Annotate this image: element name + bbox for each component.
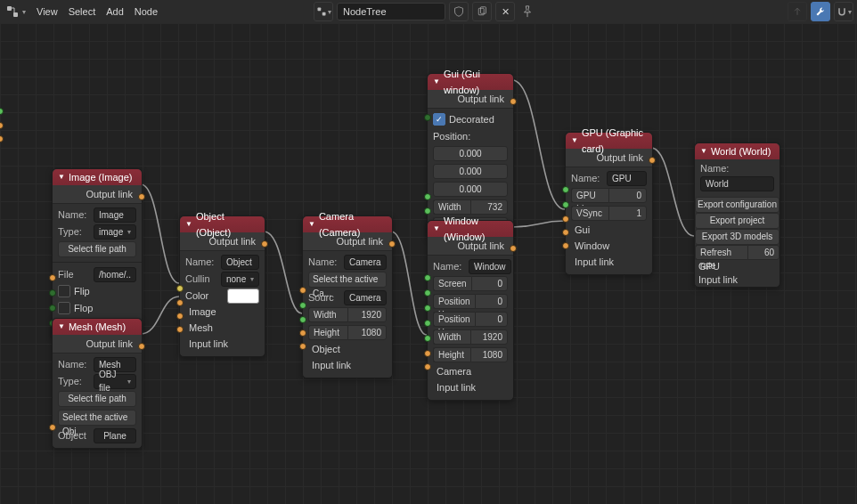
collapse-icon[interactable]: ▼	[433, 74, 440, 90]
culling-dropdown[interactable]: none	[221, 272, 259, 287]
name-field[interactable]: Window	[469, 259, 511, 274]
socket-in-camera[interactable]	[424, 350, 431, 357]
node-world[interactable]: ▼World (World) Name:World Export configu…	[694, 142, 780, 288]
node-object-header[interactable]: ▼Object (Object)	[180, 216, 265, 232]
socket-in-width[interactable]	[299, 302, 306, 309]
screen-value[interactable]: 0	[471, 276, 508, 291]
decorated-checkbox[interactable]	[433, 113, 445, 126]
posy-value[interactable]: 0	[475, 312, 508, 327]
socket-in-object[interactable]	[299, 329, 306, 337]
socket-out[interactable]	[510, 245, 517, 252]
new-nodetree-button[interactable]	[472, 2, 492, 21]
collapse-icon[interactable]: ▼	[433, 221, 440, 237]
parent-tree-button[interactable]	[788, 2, 807, 21]
socket-in-image[interactable]	[176, 299, 184, 306]
snap-button[interactable]: ▾	[834, 2, 853, 21]
socket-in-width[interactable]	[424, 193, 431, 200]
socket-out[interactable]	[261, 240, 268, 248]
socket-out[interactable]	[510, 98, 517, 105]
node-camera-header[interactable]: ▼Camera (Camera)	[303, 216, 392, 232]
tree-browse-button[interactable]: ▾	[314, 2, 333, 21]
color-swatch[interactable]	[227, 289, 259, 304]
collapse-icon[interactable]: ▼	[185, 216, 192, 232]
export-models-button[interactable]: Export 3D models	[695, 229, 779, 245]
collapse-icon[interactable]: ▼	[700, 143, 707, 159]
select-file-button[interactable]: Select file path	[58, 391, 136, 407]
node-mesh[interactable]: ▼Mesh (Mesh) Output link Name:Mesh Type:…	[52, 318, 143, 449]
node-object[interactable]: ▼Object (Object) Output link Name:Object…	[179, 215, 265, 357]
height-value[interactable]: 1080	[347, 325, 388, 340]
socket-in-height[interactable]	[424, 335, 431, 342]
width-value[interactable]: 1920	[347, 307, 388, 322]
socket-in-inputlink[interactable]	[0, 135, 4, 142]
socket-in-window[interactable]	[562, 229, 569, 236]
vsync-value[interactable]: 1	[608, 206, 647, 221]
socket-in-height[interactable]	[424, 207, 431, 215]
socket-in-color[interactable]	[176, 285, 184, 292]
pos-z[interactable]: 0.000	[433, 182, 508, 197]
menu-node[interactable]: Node	[135, 6, 158, 17]
socket-in-gpuid[interactable]	[562, 186, 569, 193]
export-config-button[interactable]: Export configuration	[695, 197, 779, 213]
name-field[interactable]: Camera	[344, 255, 387, 270]
socket-in-posx[interactable]	[424, 289, 431, 297]
collapse-icon[interactable]: ▼	[58, 169, 65, 185]
socket-in-mesh[interactable]	[176, 313, 184, 320]
height-value[interactable]: 1080	[470, 347, 509, 362]
fake-user-button[interactable]	[449, 2, 469, 21]
nodetree-name-field[interactable]: NodeTree	[337, 3, 445, 20]
socket-in-height[interactable]	[299, 316, 306, 323]
menu-add[interactable]: Add	[106, 6, 124, 17]
node-window-header[interactable]: ▼Window (Window)	[428, 221, 513, 237]
name-field[interactable]: World	[700, 176, 774, 191]
socket-in-vsync[interactable]	[562, 201, 569, 208]
menu-select[interactable]: Select	[69, 6, 96, 17]
export-project-button[interactable]: Export project	[695, 213, 779, 229]
node-gui-header[interactable]: ▼Gui (Gui window)	[428, 74, 513, 90]
file-field[interactable]: /home/..	[94, 267, 136, 282]
socket-in-decorated[interactable]	[424, 114, 431, 121]
collapse-icon[interactable]: ▼	[308, 216, 315, 232]
pos-x[interactable]: 0.000	[433, 146, 508, 161]
socket-in-file[interactable]	[49, 274, 56, 281]
socket-out[interactable]	[649, 157, 656, 164]
socket-out[interactable]	[138, 343, 145, 350]
socket-in-refresh[interactable]	[0, 108, 4, 115]
socket-in-inputlink[interactable]	[424, 363, 431, 370]
select-active-camera-button[interactable]: Select the active Ca...	[308, 272, 387, 288]
socket-in-inputlink[interactable]	[562, 242, 569, 249]
width-value[interactable]: 1920	[470, 329, 509, 345]
node-gpu[interactable]: ▼GPU (Graphic card) Output link Name:GPU…	[565, 132, 653, 275]
tool-button[interactable]	[811, 2, 830, 21]
node-image-header[interactable]: ▼Image (Image)	[53, 169, 142, 185]
socket-in-inputlink[interactable]	[299, 343, 306, 350]
socket-in-inputlink[interactable]	[176, 326, 184, 333]
name-field[interactable]: GPU	[607, 171, 647, 186]
name-field[interactable]: Object	[221, 255, 259, 270]
type-dropdown[interactable]: OBJ file	[94, 374, 136, 389]
socket-in-gpu[interactable]	[0, 122, 4, 129]
collapse-icon[interactable]: ▼	[571, 133, 578, 149]
gpuid-value[interactable]: 0	[608, 188, 647, 203]
socket-out[interactable]	[388, 240, 396, 248]
posx-value[interactable]: 0	[475, 294, 508, 309]
socket-in-flip[interactable]	[49, 289, 56, 297]
socket-in-posy[interactable]	[424, 305, 431, 312]
socket-in-source[interactable]	[299, 287, 306, 294]
flop-checkbox[interactable]	[58, 302, 70, 314]
socket-in-object[interactable]	[49, 424, 56, 431]
pos-y[interactable]: 0.000	[433, 164, 508, 179]
flip-checkbox[interactable]	[58, 285, 70, 297]
socket-in-flop[interactable]	[49, 305, 56, 312]
name-field[interactable]: Image	[94, 207, 136, 223]
menu-view[interactable]: View	[37, 6, 58, 17]
socket-in-gui[interactable]	[562, 215, 569, 223]
node-gpu-header[interactable]: ▼GPU (Graphic card)	[566, 133, 652, 149]
node-canvas[interactable]: ▼Image (Image) Output link Name:Image Ty…	[0, 23, 857, 504]
node-world-header[interactable]: ▼World (World)	[695, 143, 779, 159]
unlink-nodetree-button[interactable]: ✕	[495, 2, 515, 21]
node-mesh-header[interactable]: ▼Mesh (Mesh)	[53, 319, 142, 335]
select-active-object-button[interactable]: Select the active Obj...	[58, 410, 136, 426]
refresh-value[interactable]: 60	[747, 245, 779, 260]
socket-out[interactable]	[138, 193, 145, 200]
